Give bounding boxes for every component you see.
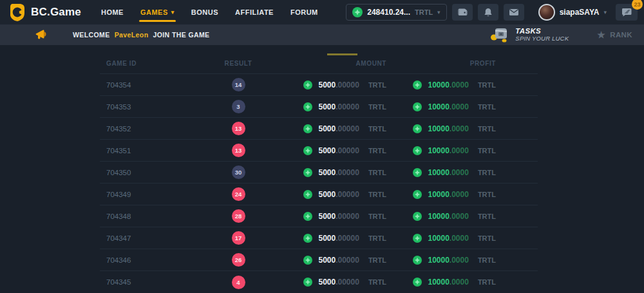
coin-icon	[303, 190, 312, 199]
profit-currency: TRTL	[478, 81, 496, 89]
result-badge: 13	[232, 144, 245, 157]
result-badge: 13	[232, 122, 245, 135]
messages-button[interactable]	[504, 4, 524, 21]
main-content: GAME ID RESULT AMOUNT PROFIT 704354 14 5…	[0, 53, 644, 293]
profit-cell: 10000 .0000 TRTL	[413, 212, 496, 221]
table-row[interactable]: 704349 24 5000 .00000 TRTL 10000 .0000 T…	[100, 184, 538, 205]
game-id: 704350	[100, 169, 131, 176]
game-results-table: GAME ID RESULT AMOUNT PROFIT 704354 14 5…	[100, 53, 538, 293]
active-tab-indicator	[327, 53, 357, 55]
coin-icon	[303, 234, 312, 243]
wallet-button[interactable]	[452, 4, 473, 21]
table-row[interactable]: 704350 30 5000 .00000 TRTL 10000 .0000 T…	[100, 162, 538, 184]
amount-cell: 5000 .00000 TRTL	[303, 212, 386, 221]
coin-icon	[413, 278, 422, 287]
amount-dec: .00000	[336, 146, 359, 155]
amount-cell: 5000 .00000 TRTL	[303, 146, 386, 155]
amount-cell: 5000 .00000 TRTL	[303, 168, 386, 177]
coin-icon	[413, 80, 422, 90]
profit-currency: TRTL	[478, 147, 496, 155]
amount-dec: .00000	[336, 278, 359, 287]
amount-currency: TRTL	[368, 256, 386, 264]
table-row[interactable]: 704347 17 5000 .00000 TRTL 10000 .0000 T…	[100, 227, 538, 249]
profit-dec: .0000	[450, 102, 469, 111]
amount-cell: 5000 .00000 TRTL	[303, 256, 386, 265]
nav-home[interactable]: HOME	[93, 0, 132, 24]
star-icon: ★	[597, 30, 605, 39]
coin-icon	[413, 168, 422, 177]
profit-int: 10000	[428, 278, 449, 287]
result-badge: 30	[232, 165, 245, 179]
header-result: RESULT	[225, 60, 252, 67]
result-badge: 3	[232, 100, 245, 113]
profit-int: 10000	[428, 212, 449, 221]
table-row[interactable]: 704345 4 5000 .00000 TRTL 10000 .0000 TR…	[100, 271, 538, 293]
profit-dec: .0000	[450, 146, 469, 155]
profit-int: 10000	[428, 102, 449, 111]
header-game-id: GAME ID	[100, 60, 137, 67]
amount-int: 5000	[318, 168, 336, 177]
profit-dec: .0000	[450, 278, 469, 287]
amount-cell: 5000 .00000 TRTL	[303, 80, 386, 90]
amount-int: 5000	[318, 146, 336, 155]
amount-currency: TRTL	[368, 213, 386, 220]
chevron-down-icon: ▾	[171, 9, 175, 15]
table-row[interactable]: 704354 14 5000 .00000 TRTL 10000 .0000 T…	[100, 74, 538, 96]
chevron-down-icon: ▾	[437, 9, 440, 15]
coin-icon	[413, 102, 422, 111]
amount-int: 5000	[318, 212, 336, 221]
game-id: 704348	[100, 213, 131, 220]
chat-button[interactable]: 23	[616, 4, 638, 21]
coin-icon	[413, 146, 422, 155]
table-row[interactable]: 704352 13 5000 .00000 TRTL 10000 .0000 T…	[100, 118, 538, 140]
result-badge: 24	[232, 187, 245, 201]
amount-currency: TRTL	[368, 169, 386, 176]
tasks-link[interactable]: TASKS SPIN YOUR LUCK	[489, 26, 569, 43]
tasks-subtitle: SPIN YOUR LUCK	[515, 35, 569, 43]
chevron-down-icon: ▾	[603, 9, 607, 15]
amount-currency: TRTL	[368, 81, 386, 89]
coin-icon	[352, 7, 363, 17]
amount-dec: .00000	[336, 124, 359, 133]
rank-link[interactable]: ★ RANK	[597, 30, 632, 39]
tasks-chest-icon	[489, 26, 509, 43]
profit-dec: .0000	[450, 168, 469, 177]
profit-cell: 10000 .0000 TRTL	[413, 80, 496, 90]
game-id: 704347	[100, 234, 131, 242]
amount-currency: TRTL	[368, 278, 386, 286]
profit-currency: TRTL	[478, 278, 496, 286]
game-id: 704345	[100, 278, 131, 286]
coin-icon	[303, 256, 312, 265]
header-amount: AMOUNT	[356, 60, 386, 67]
profit-dec: .0000	[450, 212, 469, 221]
amount-int: 5000	[318, 256, 336, 265]
nav-games[interactable]: GAMES▾	[132, 0, 183, 24]
notifications-button[interactable]	[478, 4, 498, 21]
amount-currency: TRTL	[368, 234, 386, 242]
game-id: 704352	[100, 125, 131, 133]
nav-forum[interactable]: FORUM	[282, 0, 327, 24]
coin-icon	[303, 102, 312, 111]
game-id: 704346	[100, 256, 131, 264]
coin-icon	[303, 168, 312, 177]
amount-int: 5000	[318, 278, 336, 287]
table-row[interactable]: 704353 3 5000 .00000 TRTL 10000 .0000 TR…	[100, 96, 538, 118]
profit-currency: TRTL	[478, 213, 496, 220]
logo[interactable]: BC.Game	[9, 3, 81, 21]
profit-dec: .0000	[450, 80, 469, 90]
amount-cell: 5000 .00000 TRTL	[303, 190, 386, 199]
balance-selector[interactable]: 248410.24... TRTL ▾	[346, 4, 446, 21]
table-row[interactable]: 704348 28 5000 .00000 TRTL 10000 .0000 T…	[100, 205, 538, 227]
main-nav: HOME GAMES▾ BONUS AFFILIATE FORUM	[93, 0, 327, 24]
table-row[interactable]: 704346 26 5000 .00000 TRTL 10000 .0000 T…	[100, 249, 538, 271]
table-row[interactable]: 704351 13 5000 .00000 TRTL 10000 .0000 T…	[100, 140, 538, 162]
game-id: 704354	[100, 81, 131, 89]
nav-bonus[interactable]: BONUS	[183, 0, 227, 24]
coin-icon	[303, 80, 312, 90]
coin-icon	[303, 146, 312, 155]
coin-icon	[413, 190, 422, 199]
user-menu[interactable]: siapaSAYA ▾	[538, 4, 607, 21]
coin-icon	[413, 234, 422, 243]
nav-affiliate[interactable]: AFFILIATE	[227, 0, 282, 24]
game-id: 704351	[100, 147, 131, 155]
